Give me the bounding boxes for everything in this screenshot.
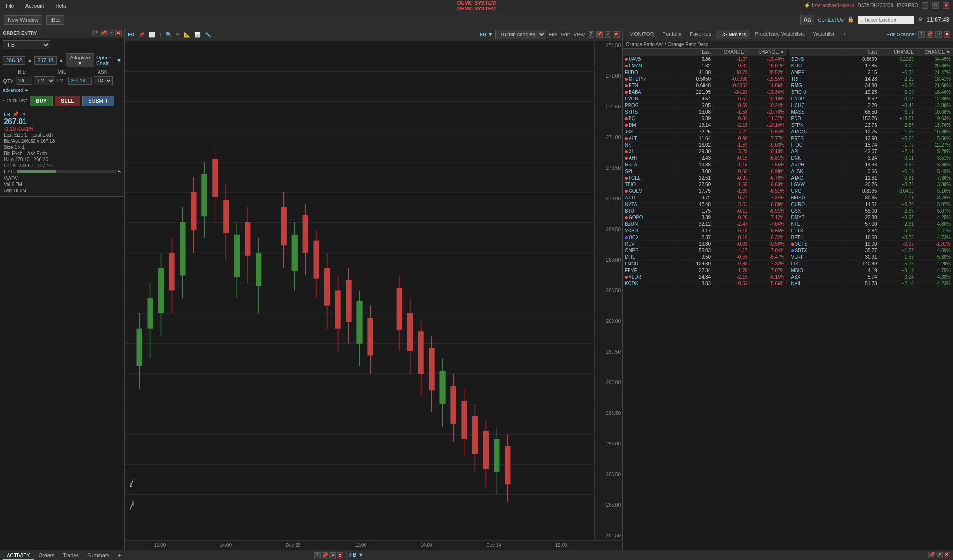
chart-tool-7[interactable]: 🔧 — [204, 32, 212, 38]
menu-account[interactable]: Account — [24, 2, 46, 9]
menu-help[interactable]: Help — [53, 2, 68, 9]
tab-watchlist[interactable]: Watchlist — [810, 30, 838, 39]
monitor-gainer-row[interactable]: ATAC 11.81 +0.81 7.36% — [789, 175, 953, 181]
chart-tool-3[interactable]: 🔍 — [165, 32, 173, 38]
monitor-expand-icon[interactable]: ↗ — [935, 31, 942, 38]
order-help-icon[interactable]: ? — [92, 30, 99, 36]
monitor-loser-row[interactable]: REV 13.80 -0.08 -0.58% — [623, 241, 787, 247]
monitor-loser-row[interactable]: LMND 124.60 -9.85 -7.32% — [623, 261, 787, 267]
tab-predefined[interactable]: Predefined Watchlists — [751, 30, 809, 39]
chart-view[interactable]: View — [572, 32, 586, 37]
monitor-gainer-row[interactable]: DNK 3.24 +0.11 3.51% — [789, 155, 953, 162]
monitor-loser-row[interactable]: BABA 221.95 -34.23 -13.34% — [623, 89, 787, 96]
monitor-loser-row[interactable]: SYRS 13.08 -1.58 -10.78% — [623, 109, 787, 115]
monitor-gainer-row[interactable]: MNSO 30.65 +1.11 3.76% — [789, 195, 953, 201]
option-chain-link[interactable]: Option Chain — [96, 55, 115, 66]
monitor-loser-row[interactable]: AXTI 9.72 -0.77 -7.34% — [623, 195, 787, 201]
monitor-gainer-row[interactable]: ALSK 3.66 +0.19 5.49% — [789, 168, 953, 175]
monitor-loser-row[interactable]: FUBO 41.80 -10.79 -20.52% — [623, 69, 787, 76]
adaptive-button[interactable]: Adaptive ▼ — [66, 53, 94, 67]
activity-close-icon[interactable]: ✕ — [337, 552, 343, 559]
monitor-loser-row[interactable]: DTIL 9.50 -0.55 -5.47% — [623, 254, 787, 261]
monitor-loser-row[interactable]: TBIO 22.50 -1.65 -6.83% — [623, 181, 787, 188]
monitor-loser-row[interactable]: EMAN 1.62 -0.31 -16.07% — [623, 63, 787, 69]
tab-favorites[interactable]: Favorites — [686, 30, 715, 39]
monitor-gainer-row[interactable]: ETTX 2.84 +0.12 4.41% — [789, 228, 953, 234]
tab-orders[interactable]: Orders — [35, 552, 58, 560]
monitor-gainer-row[interactable]: SENS 0.8699 +0.2229 34.45% — [789, 56, 953, 63]
submit-button[interactable]: SUBMIT — [82, 96, 114, 106]
contact-us-link[interactable]: Contact Us — [818, 17, 844, 23]
monitor-loser-row[interactable]: JKS 72.25 -7.71 -9.64% — [623, 129, 787, 135]
chart-tool-2[interactable]: ↕ — [158, 32, 163, 37]
chart-expand-icon[interactable]: ↗ — [605, 31, 611, 38]
monitor-gainer-row[interactable]: HCHC 3.70 +0.42 12.80% — [789, 102, 953, 109]
monitor-gainer-row[interactable]: ATAC U 12.75 +1.25 10.89% — [789, 129, 953, 135]
order-close-icon[interactable]: ✕ — [115, 30, 122, 36]
tab-add[interactable]: + — [839, 30, 849, 39]
monitor-loser-row[interactable]: EVGN 4.54 -0.51 -10.10% — [623, 96, 787, 102]
chart-canvas[interactable]: ↗ ↙ — [125, 41, 594, 540]
symbol-selector[interactable]: FB — [3, 40, 50, 49]
ts-expand-icon[interactable]: ↗ — [936, 552, 943, 558]
monitor-gainer-row[interactable]: MASS 68.50 +6.71 10.86% — [789, 109, 953, 115]
monitor-gainer-row[interactable]: API 42.07 +2.11 5.28% — [789, 148, 953, 155]
monitor-loser-row[interactable]: FEYE 22.34 -1.70 -7.07% — [623, 267, 787, 274]
monitor-loser-row[interactable]: SPI 8.00 -0.60 -6.98% — [623, 168, 787, 175]
monitor-gainer-row[interactable]: RMG 34.80 +6.20 21.68% — [789, 82, 953, 89]
new-window-button[interactable]: New Window — [4, 15, 42, 25]
monitor-loser-row[interactable]: GOEV 17.75 -1.65 -8.51% — [623, 188, 787, 195]
tab-activity-add[interactable]: + — [114, 552, 124, 560]
activity-pin-icon[interactable]: 📌 — [322, 552, 328, 559]
monitor-loser-row[interactable]: CMPS 55.03 -4.17 -7.04% — [623, 247, 787, 254]
tab-portfolio[interactable]: Portfolio — [659, 30, 685, 39]
monitor-gainer-row[interactable]: LGVW 20.76 +0.76 3.80% — [789, 181, 953, 188]
edit-scanner-link[interactable]: Edit Scanner — [887, 32, 916, 37]
tif-select[interactable]: DAY — [94, 76, 113, 85]
menu-file[interactable]: File — [4, 2, 16, 9]
monitor-gainer-row[interactable]: VERI 30.91 +1.56 5.30% — [789, 254, 953, 261]
monitor-gainer-row[interactable]: PDD 153.76 +13.51 9.63% — [789, 115, 953, 122]
tab-trades[interactable]: Trades — [59, 552, 83, 560]
monitor-loser-row[interactable]: ALT 11.64 -0.98 -7.77% — [623, 135, 787, 142]
advanced-plus[interactable]: + — [25, 87, 28, 93]
monitor-gainer-row[interactable]: STPK 23.73 +2.87 13.76% — [789, 122, 953, 129]
monitor-loser-row[interactable]: VLDR 24.34 -2.16 -8.15% — [623, 274, 787, 280]
minimize-btn[interactable]: — — [922, 2, 928, 9]
monitor-loser-row[interactable]: OCX 2.37 -0.16 -6.32% — [623, 234, 787, 241]
ts-pin-icon[interactable]: 📌 — [928, 552, 935, 558]
settings-icon[interactable]: ⚙ — [918, 16, 923, 23]
monitor-loser-row[interactable]: NVTA 47.48 -3.51 -6.88% — [623, 201, 787, 208]
chart-tool-4[interactable]: ✏ — [175, 32, 181, 38]
advanced-link[interactable]: advanced — [3, 88, 23, 93]
tab-us-movers[interactable]: US Movers — [716, 30, 750, 39]
monitor-loser-row[interactable]: XL 29.30 -3.29 -10.10% — [623, 148, 787, 155]
monitor-loser-row[interactable]: BQ 6.39 -0.82 -11.37% — [623, 115, 787, 122]
ibot-button[interactable]: IBot — [46, 15, 64, 25]
monitor-loser-row[interactable]: NKLA 13.88 -1.15 -7.65% — [623, 162, 787, 168]
monitor-gainer-row[interactable]: CURO 14.51 +0.70 5.07% — [789, 201, 953, 208]
limit-price-input[interactable] — [68, 77, 92, 85]
monitor-loser-row[interactable]: DM 19.14 -2.16 -10.14% — [623, 122, 787, 129]
maximize-btn[interactable]: □ — [932, 2, 939, 9]
monitor-gainer-row[interactable]: MBIO 4.19 +0.19 4.75% — [789, 267, 953, 274]
monitor-loser-row[interactable]: FCEL 12.51 -0.91 -6.78% — [623, 175, 787, 181]
close-btn[interactable]: ✕ — [943, 2, 949, 9]
chart-edit[interactable]: Edit — [560, 32, 571, 37]
order-pin-icon[interactable]: 📌 — [100, 30, 107, 36]
chart-tool-5[interactable]: 📐 — [183, 32, 191, 38]
monitor-loser-row[interactable]: NK 16.02 -1.59 -9.03% — [623, 142, 787, 148]
activity-expand-icon[interactable]: ↗ — [329, 552, 336, 559]
chart-period-select[interactable]: 10 min candles — [495, 30, 546, 39]
tab-summary[interactable]: Summary — [83, 552, 113, 560]
monitor-loser-row[interactable]: BZUN 32.12 -2.43 -7.04% — [623, 221, 787, 228]
monitor-gainer-row[interactable]: BFT U 16.60 +0.75 4.73% — [789, 234, 953, 241]
monitor-close-icon[interactable]: ✕ — [944, 31, 950, 38]
activity-help-icon[interactable]: ? — [314, 552, 321, 559]
monitor-loser-row[interactable]: MTL PR 0.5050 -0.0930 -15.55% — [623, 76, 787, 82]
monitor-loser-row[interactable]: YCBD 3.17 -0.19 -5.65% — [623, 228, 787, 234]
order-type-select[interactable]: LMT — [34, 76, 55, 85]
chart-help-icon[interactable]: ? — [588, 31, 594, 38]
monitor-gainer-row[interactable]: STIC U 19.25 +3.00 18.46% — [789, 89, 953, 96]
chart-pin-icon[interactable]: 📌 — [139, 32, 144, 37]
